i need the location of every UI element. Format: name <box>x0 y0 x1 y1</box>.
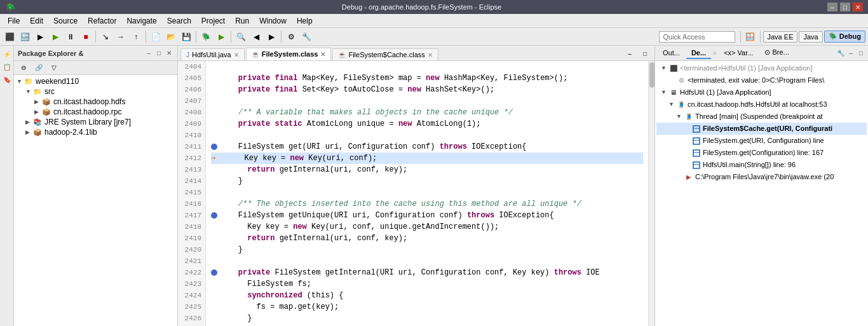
pkg-tree-item[interactable]: ▶📚JRE System Library [jre7] <box>15 117 176 127</box>
title-bar-title: Debug - org.apache.hadoop.fs.FileSystem … <box>342 3 501 11</box>
line-number: 2426 <box>182 313 201 324</box>
toolbar-btn-open[interactable]: 📂 <box>164 30 178 44</box>
toolbar-btn-3[interactable]: ▶ <box>33 30 47 44</box>
svg-rect-0 <box>693 126 700 132</box>
line-number: 2424 <box>182 290 201 301</box>
debug-panel: Out... De... ✕ <x> Var... ⊙ Bre... 🔧 – □… <box>655 46 868 326</box>
menu-project[interactable]: Project <box>196 15 230 27</box>
close-button[interactable]: ✕ <box>853 3 863 11</box>
left-icons-panel: ⚡ 📋 🔖 <box>0 46 14 326</box>
menu-source[interactable]: Source <box>48 15 83 27</box>
menu-help[interactable]: Help <box>292 15 318 27</box>
perspective-java[interactable]: Java <box>799 31 822 43</box>
code-line: fs = map.get(key); <box>211 301 643 313</box>
perspective-debug[interactable]: 🪲 Debug <box>824 31 865 43</box>
debug-tree-item[interactable]: ▼🖥HdfsUtil (1) [Java Application] <box>656 86 867 98</box>
pkg-collapse-all[interactable]: ⊖ <box>17 61 31 75</box>
pkg-tree-item[interactable]: ▶📦hadoop-2.4.1lib <box>15 127 176 137</box>
toolbar-btn-1[interactable]: ⬛ <box>3 30 17 44</box>
minimize-panel-icon[interactable]: – <box>144 49 153 58</box>
toolbar-btn-search[interactable]: 🔍 <box>234 30 248 44</box>
editor-minimize-btn[interactable]: – <box>623 46 637 60</box>
debug-tab-close-icon[interactable]: ✕ <box>712 50 717 57</box>
toolbar-btn-resume[interactable]: ▶ <box>48 30 62 44</box>
toolbar-separator-1 <box>95 31 96 43</box>
toolbar-btn-save[interactable]: 💾 <box>179 30 193 44</box>
debug-tab-out[interactable]: Out... <box>658 48 685 59</box>
toolbar-btn-extra2[interactable]: 🔧 <box>299 30 313 44</box>
menu-bar: File Edit Source Refactor Navigate Searc… <box>0 14 868 28</box>
tab-close-filesystemcache[interactable]: ✕ <box>428 51 433 58</box>
maximize-button[interactable]: □ <box>840 3 850 11</box>
toolbar-perspective-icon[interactable]: 🪟 <box>743 30 757 44</box>
debug-minimize-icon[interactable]: – <box>846 49 855 58</box>
toolbar-btn-new[interactable]: 📄 <box>149 30 163 44</box>
toolbar-separator-4 <box>231 31 231 43</box>
tab-icon-hdfsutil: J <box>186 51 189 58</box>
left-icon-3[interactable]: 🔖 <box>1 74 13 85</box>
tab-close-hdfsutil[interactable]: ✕ <box>234 51 239 58</box>
debug-maximize-icon[interactable]: □ <box>857 49 865 58</box>
debug-tree-item[interactable]: FileSystem.get(URI, Configuration) line <box>656 135 867 147</box>
debug-tree-item[interactable]: HdfsUtil.main(String[]) line: 96 <box>656 159 867 171</box>
toolbar-btn-suspend[interactable]: ⏸ <box>64 30 78 44</box>
debug-tree-item[interactable]: ▼⬛<terminated>HdfsUtil (1) [Java Applica… <box>656 62 867 74</box>
toolbar-btn-stepinto[interactable]: ↘ <box>98 30 112 44</box>
code-line <box>211 61 643 72</box>
debug-tree-item[interactable]: ▼🧵Thread [main] (Suspended (breakpoint a… <box>656 111 867 123</box>
menu-run[interactable]: Run <box>230 15 254 27</box>
editor-tab-filesystem[interactable]: ☕ FileSystem.class ✕ <box>246 48 332 60</box>
pkg-tree-item[interactable]: ▶📦cn.itcast.hadoop.rpc <box>15 107 176 117</box>
code-line: } <box>211 313 643 324</box>
editor-tab-filesystemcache[interactable]: ☕ FileSystem$Cache.class ✕ <box>332 48 438 60</box>
toolbar-btn-run[interactable]: ▶ <box>214 30 228 44</box>
close-panel-icon[interactable]: ✕ <box>165 49 173 58</box>
menu-refactor[interactable]: Refactor <box>83 15 121 27</box>
debug-tab-debug[interactable]: De... <box>686 48 711 59</box>
debug-panel-icon-1[interactable]: 🔧 <box>836 49 845 58</box>
menu-navigate[interactable]: Navigate <box>121 15 161 27</box>
toolbar-btn-stepover[interactable]: → <box>114 30 128 44</box>
package-explorer-tree: ▼📁weekend110▼📁src▶📦cn.itcast.hadoop.hdfs… <box>14 75 177 326</box>
editor-maximize-btn[interactable]: □ <box>638 46 652 60</box>
debug-tree-item[interactable]: FileSystem.get(Configuration) line: 167 <box>656 147 867 159</box>
debug-tree-item[interactable]: ⚙<terminated, exit value: 0>C:\Program F… <box>656 74 867 86</box>
pkg-view-menu[interactable]: ▽ <box>47 61 61 75</box>
debug-tab-var[interactable]: <x> Var... <box>719 48 758 59</box>
pkg-link-editor[interactable]: 🔗 <box>32 61 46 75</box>
code-area[interactable]: private final Map<Key, FileSystem> map =… <box>206 61 648 326</box>
minimize-button[interactable]: – <box>827 3 837 11</box>
debug-tree-item[interactable]: ▼🧵cn.itcast.hadoop.hdfs.HdfsUtil at loca… <box>656 98 867 111</box>
left-icon-2[interactable]: 📋 <box>1 61 13 72</box>
pkg-tree-item[interactable]: ▶📦cn.itcast.hadoop.hdfs <box>15 97 176 107</box>
toolbar-btn-debug[interactable]: 🪲 <box>199 30 213 44</box>
toolbar-btn-forward[interactable]: ▶ <box>264 30 278 44</box>
toolbar-btn-2[interactable]: 🔙 <box>18 30 32 44</box>
editor-scrollbar-vertical[interactable] <box>648 61 654 326</box>
pkg-tree-item[interactable]: ▼📁src <box>15 86 176 97</box>
menu-window[interactable]: Window <box>254 15 292 27</box>
toolbar-btn-terminate[interactable]: ■ <box>79 30 93 44</box>
toolbar-btn-extra1[interactable]: ⚙ <box>284 30 298 44</box>
quick-access-box[interactable]: Quick Access <box>659 31 735 43</box>
debug-tree: ▼⬛<terminated>HdfsUtil (1) [Java Applica… <box>655 61 868 326</box>
toolbar-btn-stepreturn[interactable]: ↑ <box>129 30 143 44</box>
menu-file[interactable]: File <box>3 15 25 27</box>
code-line: return getInternal(uri, conf, key); <box>211 164 643 175</box>
toolbar-separator-2 <box>146 31 146 43</box>
line-number: 2407 <box>182 95 201 107</box>
debug-tab-bre[interactable]: ⊙ Bre... <box>759 47 794 59</box>
toolbar-btn-back[interactable]: ◀ <box>249 30 263 44</box>
editor-tab-hdfsutil[interactable]: J HdfsUtil.java ✕ <box>180 48 245 60</box>
debug-tree-item[interactable]: ▶C:\Program Files\Java\jre7\bin\javaw.ex… <box>656 171 867 183</box>
debug-tree-item[interactable]: FileSystem$Cache.get(URI, Configurati <box>656 123 867 135</box>
menu-edit[interactable]: Edit <box>25 15 48 27</box>
editor-scrollbar-thumb[interactable] <box>649 62 654 88</box>
left-icon-1[interactable]: ⚡ <box>1 48 13 60</box>
maximize-panel-icon[interactable]: □ <box>154 49 163 58</box>
pkg-tree-item[interactable]: ▼📁weekend110 <box>15 76 176 86</box>
menu-search[interactable]: Search <box>162 15 196 27</box>
code-line: private final Map<Key, FileSystem> map =… <box>211 72 643 84</box>
perspective-javaee[interactable]: Java EE <box>763 31 798 43</box>
tab-close-filesystem[interactable]: ✕ <box>320 51 325 58</box>
